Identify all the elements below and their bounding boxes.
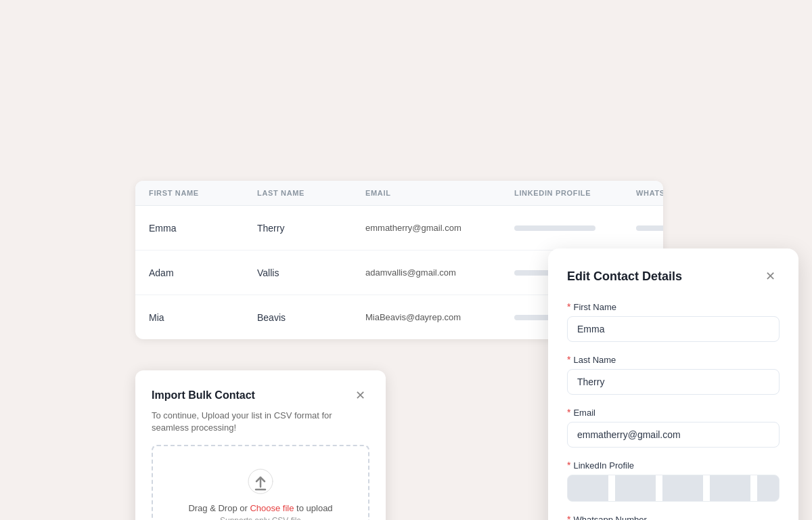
table-header: FIRST NAME LAST NAME EMAIL LINKEDIN PROF… xyxy=(135,181,663,206)
import-modal: Import Bulk Contact ✕ To continue, Uploa… xyxy=(135,370,386,520)
import-modal-header: Import Bulk Contact ✕ xyxy=(152,387,369,404)
col-firstname: FIRST NAME xyxy=(149,189,257,197)
table-row: Emma Therry emmatherry@gmail.com xyxy=(135,206,663,251)
label-email: * Email xyxy=(567,407,780,418)
label-lastname: * Last Name xyxy=(567,354,780,365)
required-star: * xyxy=(567,460,570,471)
cell-firstname: Mia xyxy=(149,312,257,323)
cell-email: MiaBeavis@dayrep.com xyxy=(365,312,514,322)
upload-icon xyxy=(247,468,274,495)
form-group-email: * Email xyxy=(567,407,780,448)
form-group-whatsapp: * Whatsapp Number ▾ xyxy=(567,514,780,520)
input-lastname[interactable] xyxy=(567,369,780,395)
label-firstname: * First Name xyxy=(567,301,780,312)
cell-whatsapp xyxy=(636,225,663,231)
label-linkedin: * LinkedIn Profile xyxy=(567,460,780,471)
form-group-lastname: * Last Name xyxy=(567,354,780,395)
label-whatsapp: * Whatsapp Number xyxy=(567,514,780,520)
col-whatsapp: WHATSAPP NUMBER xyxy=(636,189,663,197)
import-subtitle: To continue, Upload your list in CSV for… xyxy=(152,410,369,434)
edit-modal-title: Edit Contact Details xyxy=(567,269,682,284)
cell-lastname: Beavis xyxy=(257,312,365,323)
cell-lastname: Vallis xyxy=(257,267,365,278)
cell-firstname: Emma xyxy=(149,223,257,234)
import-modal-title: Import Bulk Contact xyxy=(152,389,255,402)
cell-email: adamvallis@gmail.com xyxy=(365,267,514,278)
cell-email: emmatherry@gmail.com xyxy=(365,223,514,233)
required-star: * xyxy=(567,354,570,365)
required-star: * xyxy=(567,514,570,520)
required-star: * xyxy=(567,301,570,312)
input-email[interactable] xyxy=(567,422,780,448)
col-linkedin: LINKEDIN PROFILE xyxy=(514,189,636,197)
edit-close-button[interactable]: ✕ xyxy=(761,267,780,285)
supports-text: Supports only CSV file xyxy=(166,516,355,520)
cell-lastname: Therry xyxy=(257,223,365,234)
required-star: * xyxy=(567,407,570,418)
col-email: EMAIL xyxy=(365,189,514,197)
drop-zone[interactable]: Drag & Drop or Choose file to upload Sup… xyxy=(152,445,369,520)
input-firstname[interactable] xyxy=(567,316,780,342)
edit-modal: Edit Contact Details ✕ * First Name * La… xyxy=(548,248,798,520)
form-group-firstname: * First Name xyxy=(567,301,780,342)
edit-modal-header: Edit Contact Details ✕ xyxy=(567,267,780,285)
choose-file-link[interactable]: Choose file xyxy=(250,503,294,513)
drop-text: Drag & Drop or Choose file to upload xyxy=(166,503,355,513)
form-group-linkedin: * LinkedIn Profile xyxy=(567,460,780,502)
cell-linkedin xyxy=(514,225,636,231)
cell-firstname: Adam xyxy=(149,267,257,278)
import-close-button[interactable]: ✕ xyxy=(351,387,369,404)
col-lastname: LAST NAME xyxy=(257,189,365,197)
input-linkedin[interactable] xyxy=(567,475,780,502)
